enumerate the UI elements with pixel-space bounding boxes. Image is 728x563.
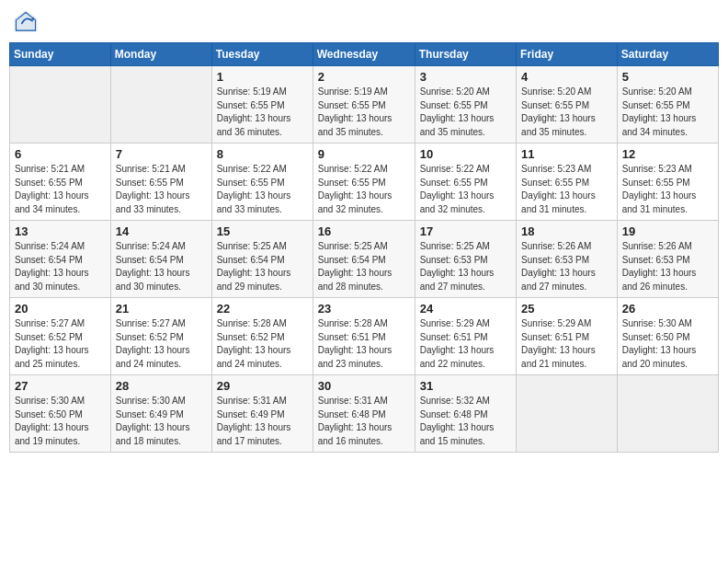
day-info: Sunrise: 5:28 AM Sunset: 6:52 PM Dayligh… (217, 317, 308, 371)
day-info: Sunrise: 5:31 AM Sunset: 6:48 PM Dayligh… (318, 395, 410, 448)
day-number: 24 (420, 302, 511, 316)
calendar-cell: 24Sunrise: 5:29 AM Sunset: 6:51 PM Dayli… (415, 298, 516, 375)
day-number: 21 (116, 302, 207, 316)
calendar-cell: 20Sunrise: 5:27 AM Sunset: 6:52 PM Dayli… (10, 298, 111, 375)
day-info: Sunrise: 5:30 AM Sunset: 6:50 PM Dayligh… (622, 317, 713, 371)
day-number: 2 (318, 70, 410, 84)
calendar-cell: 17Sunrise: 5:25 AM Sunset: 6:53 PM Dayli… (415, 221, 516, 298)
day-number: 17 (420, 224, 511, 238)
day-header-saturday: Saturday (617, 43, 718, 66)
calendar-cell: 3Sunrise: 5:20 AM Sunset: 6:55 PM Daylig… (415, 66, 516, 144)
day-number: 12 (622, 147, 713, 161)
calendar-cell: 14Sunrise: 5:24 AM Sunset: 6:54 PM Dayli… (110, 221, 211, 298)
day-info: Sunrise: 5:24 AM Sunset: 6:54 PM Dayligh… (116, 240, 207, 293)
calendar-cell (517, 375, 618, 453)
calendar-cell: 15Sunrise: 5:25 AM Sunset: 6:54 PM Dayli… (211, 221, 313, 298)
calendar-cell: 10Sunrise: 5:22 AM Sunset: 6:55 PM Dayli… (415, 144, 516, 221)
calendar-cell: 18Sunrise: 5:26 AM Sunset: 6:53 PM Dayli… (517, 221, 618, 298)
calendar-cell: 31Sunrise: 5:32 AM Sunset: 6:48 PM Dayli… (415, 375, 516, 453)
day-info: Sunrise: 5:19 AM Sunset: 6:55 PM Dayligh… (217, 86, 308, 139)
day-info: Sunrise: 5:24 AM Sunset: 6:54 PM Dayligh… (15, 240, 106, 293)
day-info: Sunrise: 5:22 AM Sunset: 6:55 PM Dayligh… (318, 163, 410, 216)
day-number: 31 (420, 379, 511, 393)
day-info: Sunrise: 5:26 AM Sunset: 6:53 PM Dayligh… (622, 240, 713, 293)
day-info: Sunrise: 5:22 AM Sunset: 6:55 PM Dayligh… (420, 163, 511, 216)
calendar-cell: 29Sunrise: 5:31 AM Sunset: 6:49 PM Dayli… (211, 375, 313, 453)
calendar-table: SundayMondayTuesdayWednesdayThursdayFrid… (9, 42, 719, 453)
calendar-header: SundayMondayTuesdayWednesdayThursdayFrid… (10, 43, 719, 66)
calendar-cell: 1Sunrise: 5:19 AM Sunset: 6:55 PM Daylig… (211, 66, 313, 144)
calendar-cell: 27Sunrise: 5:30 AM Sunset: 6:50 PM Dayli… (10, 375, 111, 453)
day-header-friday: Friday (517, 43, 618, 66)
day-info: Sunrise: 5:22 AM Sunset: 6:55 PM Dayligh… (217, 163, 308, 216)
calendar-cell: 6Sunrise: 5:21 AM Sunset: 6:55 PM Daylig… (10, 144, 111, 221)
day-info: Sunrise: 5:21 AM Sunset: 6:55 PM Dayligh… (116, 163, 207, 216)
day-number: 13 (15, 224, 106, 238)
calendar-week-5: 27Sunrise: 5:30 AM Sunset: 6:50 PM Dayli… (10, 375, 719, 453)
calendar-cell: 4Sunrise: 5:20 AM Sunset: 6:55 PM Daylig… (517, 66, 618, 144)
calendar-cell: 30Sunrise: 5:31 AM Sunset: 6:48 PM Dayli… (313, 375, 415, 453)
calendar-cell: 5Sunrise: 5:20 AM Sunset: 6:55 PM Daylig… (617, 66, 718, 144)
day-number: 28 (116, 379, 207, 393)
calendar-cell: 9Sunrise: 5:22 AM Sunset: 6:55 PM Daylig… (313, 144, 415, 221)
calendar-cell: 8Sunrise: 5:22 AM Sunset: 6:55 PM Daylig… (211, 144, 313, 221)
day-number: 26 (622, 302, 713, 316)
day-number: 19 (622, 224, 713, 238)
day-info: Sunrise: 5:29 AM Sunset: 6:51 PM Dayligh… (420, 317, 511, 371)
day-number: 27 (15, 379, 106, 393)
calendar-cell: 11Sunrise: 5:23 AM Sunset: 6:55 PM Dayli… (517, 144, 618, 221)
calendar-cell: 13Sunrise: 5:24 AM Sunset: 6:54 PM Dayli… (10, 221, 111, 298)
day-header-wednesday: Wednesday (313, 43, 415, 66)
day-info: Sunrise: 5:20 AM Sunset: 6:55 PM Dayligh… (420, 86, 511, 139)
calendar-cell: 28Sunrise: 5:30 AM Sunset: 6:49 PM Dayli… (110, 375, 211, 453)
day-info: Sunrise: 5:25 AM Sunset: 6:54 PM Dayligh… (217, 240, 308, 293)
day-number: 3 (420, 70, 511, 84)
day-info: Sunrise: 5:25 AM Sunset: 6:53 PM Dayligh… (420, 240, 511, 293)
day-info: Sunrise: 5:27 AM Sunset: 6:52 PM Dayligh… (15, 317, 106, 371)
calendar-cell: 19Sunrise: 5:26 AM Sunset: 6:53 PM Dayli… (617, 221, 718, 298)
calendar-cell: 16Sunrise: 5:25 AM Sunset: 6:54 PM Dayli… (313, 221, 415, 298)
day-number: 9 (318, 147, 410, 161)
calendar-cell: 26Sunrise: 5:30 AM Sunset: 6:50 PM Dayli… (617, 298, 718, 375)
day-info: Sunrise: 5:27 AM Sunset: 6:52 PM Dayligh… (116, 317, 207, 371)
calendar-cell: 23Sunrise: 5:28 AM Sunset: 6:51 PM Dayli… (313, 298, 415, 375)
day-info: Sunrise: 5:20 AM Sunset: 6:55 PM Dayligh… (622, 86, 713, 139)
day-number: 6 (15, 147, 106, 161)
day-info: Sunrise: 5:20 AM Sunset: 6:55 PM Dayligh… (521, 86, 612, 139)
day-info: Sunrise: 5:19 AM Sunset: 6:55 PM Dayligh… (318, 86, 410, 139)
calendar-cell: 7Sunrise: 5:21 AM Sunset: 6:55 PM Daylig… (110, 144, 211, 221)
calendar-week-4: 20Sunrise: 5:27 AM Sunset: 6:52 PM Dayli… (10, 298, 719, 375)
day-number: 8 (217, 147, 308, 161)
calendar-cell: 12Sunrise: 5:23 AM Sunset: 6:55 PM Dayli… (617, 144, 718, 221)
svg-marker-0 (14, 10, 37, 31)
calendar-cell (10, 66, 111, 144)
day-info: Sunrise: 5:23 AM Sunset: 6:55 PM Dayligh… (622, 163, 713, 216)
calendar-cell: 22Sunrise: 5:28 AM Sunset: 6:52 PM Dayli… (211, 298, 313, 375)
calendar-cell (110, 66, 211, 144)
calendar-cell: 21Sunrise: 5:27 AM Sunset: 6:52 PM Dayli… (110, 298, 211, 375)
day-header-monday: Monday (110, 43, 211, 66)
day-number: 10 (420, 147, 511, 161)
day-number: 14 (116, 224, 207, 238)
day-header-thursday: Thursday (415, 43, 516, 66)
day-info: Sunrise: 5:21 AM Sunset: 6:55 PM Dayligh… (15, 163, 106, 216)
day-header-sunday: Sunday (10, 43, 111, 66)
day-number: 15 (217, 224, 308, 238)
day-number: 23 (318, 302, 410, 316)
calendar-cell: 25Sunrise: 5:29 AM Sunset: 6:51 PM Dayli… (517, 298, 618, 375)
calendar-week-3: 13Sunrise: 5:24 AM Sunset: 6:54 PM Dayli… (10, 221, 719, 298)
day-info: Sunrise: 5:30 AM Sunset: 6:50 PM Dayligh… (15, 395, 106, 448)
day-number: 29 (217, 379, 308, 393)
day-number: 25 (521, 302, 612, 316)
calendar-cell: 2Sunrise: 5:19 AM Sunset: 6:55 PM Daylig… (313, 66, 415, 144)
day-number: 5 (622, 70, 713, 84)
day-number: 30 (318, 379, 410, 393)
page-header (9, 9, 719, 35)
day-info: Sunrise: 5:25 AM Sunset: 6:54 PM Dayligh… (318, 240, 410, 293)
day-number: 7 (116, 147, 207, 161)
logo (13, 9, 42, 35)
day-number: 11 (521, 147, 612, 161)
day-info: Sunrise: 5:31 AM Sunset: 6:49 PM Dayligh… (217, 395, 308, 448)
day-number: 18 (521, 224, 612, 238)
calendar-body: 1Sunrise: 5:19 AM Sunset: 6:55 PM Daylig… (10, 66, 719, 453)
